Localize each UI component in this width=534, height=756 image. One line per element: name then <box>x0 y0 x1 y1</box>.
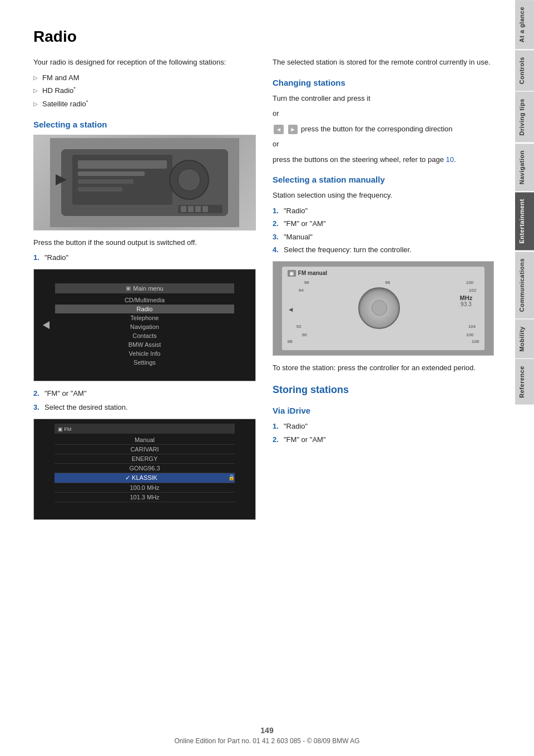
step-list-2-3: 2. "FM" or "AM" 3. Select the desired st… <box>33 388 256 413</box>
step-1-number: 1. <box>33 252 39 263</box>
sidebar-tab-reference[interactable]: Reference <box>515 359 534 405</box>
svg-rect-4 <box>78 171 145 176</box>
list-item-fm-am: FM and AM <box>33 72 256 84</box>
dial-circle <box>358 287 400 329</box>
main-content: Radio Your radio is designed for recepti… <box>0 0 511 560</box>
svg-point-8 <box>178 169 200 191</box>
intro-text: Your radio is designed for reception of … <box>33 57 256 68</box>
changing-text-3: press the buttons on the steering wheel,… <box>273 154 494 165</box>
changing-text-1: Turn the controller and press it <box>273 93 494 104</box>
radio-svg <box>50 138 239 227</box>
menu-item-vehicle-info: Vehicle Info <box>55 349 234 358</box>
press-button-text: Press the button if the sound output is … <box>33 237 256 248</box>
svg-rect-12 <box>195 206 201 212</box>
left-arrow-icon: ◄ <box>288 306 294 313</box>
list-item-satellite: Satellite radio* <box>33 99 256 110</box>
fm-energy: ENERGY <box>55 454 235 464</box>
car-radio-image <box>33 135 256 230</box>
fm-image: ▣ FM Manual CARIVARI ENERGY GONG96.3 ✓ K… <box>34 419 255 519</box>
fm-manual: Manual <box>55 435 235 445</box>
storing-step-1: 1. "Radio" <box>273 421 494 432</box>
menu-icon: ▣ <box>126 285 131 291</box>
fm-100: 100.0 MHz <box>55 483 235 493</box>
manual-step-2: 2. "FM" or "AM" <box>273 218 494 229</box>
changing-or-2: or <box>273 139 494 150</box>
menu-title-bar: ▣ Main menu <box>55 283 234 293</box>
nav-left-icon: ◄ <box>274 125 284 134</box>
fm-carivari: CARIVARI <box>55 445 235 454</box>
sidebar: At a glance Controls Driving tips Naviga… <box>513 0 534 756</box>
page-ref-link[interactable]: 10 <box>446 155 454 164</box>
step-2-number: 2. <box>33 388 39 399</box>
page-footer: 149 Online Edition for Part no. 01 41 2 … <box>174 726 359 745</box>
fm-klassik: ✓ KLASSIK 🔒 <box>55 473 235 483</box>
step-2: 2. "FM" or "AM" <box>33 388 256 399</box>
fm-panel: ▣ FM Manual CARIVARI ENERGY GONG96.3 ✓ K… <box>55 424 235 502</box>
reception-list: FM and AM HD Radio* Satellite radio* <box>33 72 256 110</box>
manual-step-4: 4. Select the frequency: turn the contro… <box>273 244 494 256</box>
step-3: 3. Select the desired station. <box>33 402 256 413</box>
manually-text: Station selection using the frequency. <box>273 190 494 201</box>
sidebar-tab-communications[interactable]: Communications <box>515 252 534 318</box>
selecting-station-heading: Selecting a station <box>33 120 256 129</box>
menu-item-bmw-assist: BMW Assist <box>55 340 234 349</box>
svg-rect-13 <box>202 206 208 212</box>
fm-manual-panel: ▣ FM manual 96 98 100 94 102 <box>282 267 484 350</box>
sidebar-tab-navigation[interactable]: Navigation <box>515 144 534 191</box>
sidebar-tab-mobility[interactable]: Mobility <box>515 320 534 359</box>
svg-rect-10 <box>181 206 186 212</box>
svg-rect-6 <box>78 187 122 192</box>
right-column: The selected station is stored for the r… <box>273 57 494 527</box>
freq-scale-3: 92 104 <box>296 324 476 329</box>
freq-value: 93.3 <box>460 301 473 307</box>
fm-manual-titlebar: ▣ FM manual <box>288 270 479 277</box>
fm-title-bar: ▣ FM <box>55 424 235 434</box>
fm-manual-title: FM manual <box>298 270 327 276</box>
store-station-text: To store the station: press the controll… <box>273 362 494 374</box>
radio-photo <box>34 135 255 230</box>
changing-stations-heading: Changing stations <box>273 78 494 87</box>
dial-inner <box>372 300 387 316</box>
fm-station-screenshot: ▣ FM Manual CARIVARI ENERGY GONG96.3 ✓ K… <box>33 419 256 520</box>
main-menu-screenshot: ▣ Main menu CD/Multimedia Radio Telephon… <box>33 269 256 381</box>
menu-item-navigation: Navigation <box>55 322 234 331</box>
sidebar-tab-controls[interactable]: Controls <box>515 50 534 91</box>
sidebar-tab-entertainment[interactable]: Entertainment <box>515 192 534 250</box>
svg-rect-5 <box>78 179 134 184</box>
svg-rect-3 <box>78 160 167 169</box>
menu-item-radio: Radio <box>55 305 234 313</box>
step-1: 1. "Radio" <box>33 252 256 263</box>
store-text: The selected station is stored for the r… <box>273 57 494 68</box>
list-item-hd-radio: HD Radio* <box>33 85 256 96</box>
storing-step-2: 2. "FM" or "AM" <box>273 434 494 445</box>
step-3-number: 3. <box>33 402 39 413</box>
menu-item-settings: Settings <box>55 358 234 367</box>
dial-area: 96 98 100 94 102 <box>288 279 479 340</box>
page-title: Radio <box>33 28 494 46</box>
fm-101: 101.3 MHz <box>55 493 235 502</box>
mhz-label: MHz <box>460 294 473 301</box>
footer-text: Online Edition for Part no. 01 41 2 603 … <box>174 737 359 745</box>
left-column: Your radio is designed for reception of … <box>33 57 256 527</box>
menu-item-telephone: Telephone <box>55 313 234 322</box>
fm-manual-screenshot: ▣ FM manual 96 98 100 94 102 <box>273 261 494 356</box>
manual-step-1: 1. "Radio" <box>273 205 494 217</box>
selecting-manually-heading: Selecting a station manually <box>273 175 494 184</box>
step-list-1: 1. "Radio" <box>33 252 256 263</box>
via-idrive-heading: Via iDrive <box>273 406 494 415</box>
menu-item-cd: CD/Multimedia <box>55 296 234 305</box>
fm-gong: GONG96.3 <box>55 464 235 473</box>
nav-right-icon: ► <box>288 125 298 134</box>
manual-steps: 1. "Radio" 2. "FM" or "AM" 3. "Manual" 4… <box>273 205 494 256</box>
freq-scale-4: 90 106 <box>302 332 473 337</box>
mhz-display: MHz 93.3 <box>460 294 473 307</box>
sidebar-tab-at-a-glance[interactable]: At a glance <box>515 0 534 49</box>
page-number: 149 <box>174 726 359 735</box>
manual-step-3: 3. "Manual" <box>273 232 494 243</box>
storing-stations-heading: Storing stations <box>273 384 494 396</box>
svg-rect-11 <box>188 206 194 212</box>
sidebar-tab-driving-tips[interactable]: Driving tips <box>515 92 534 143</box>
menu-image: ▣ Main menu CD/Multimedia Radio Telephon… <box>34 269 255 381</box>
step-3-text: Select the desired station. <box>44 403 128 411</box>
menu-arrow <box>43 321 50 329</box>
